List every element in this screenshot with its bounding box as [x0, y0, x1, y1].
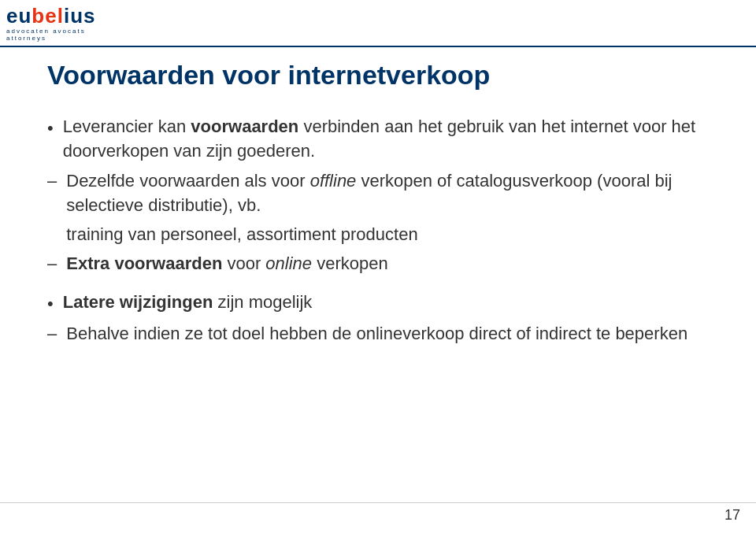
sub-text-4: Behalve indien ze tot doel hebben de onl… [66, 322, 709, 346]
bold-latere-wijzigingen: Latere wijzigingen [63, 292, 213, 312]
bullet-text-1: Leverancier kan voorwaarden verbinden aa… [63, 115, 709, 164]
bullet-dot-2: • [47, 292, 54, 316]
bullet-dot-1: • [47, 117, 54, 141]
sub-item-3: – Extra voorwaarden voor online verkopen [47, 252, 709, 276]
top-divider [0, 46, 756, 47]
logo: eubelius advocaten avocats attorneys [0, 0, 126, 47]
sub-text-3: Extra voorwaarden voor online verkopen [66, 252, 709, 276]
main-content: Voorwaarden voor internetverkoop • Lever… [47, 59, 709, 502]
logo-bel: bel [32, 4, 64, 28]
sub-list-1: – Dezelfde voorwaarden als voor offline … [47, 169, 709, 276]
sub-list-2: – Behalve indien ze tot doel hebben de o… [47, 322, 709, 346]
bold-extra-voorwaarden: Extra voorwaarden [66, 254, 222, 273]
logo-ius: ius [64, 4, 96, 28]
content-list: • Leverancier kan voorwaarden verbinden … [47, 115, 709, 346]
sub-text-2: training van personeel, assortiment prod… [66, 223, 709, 247]
bullet-text-2: Latere wijzigingen zijn mogelijk [63, 291, 709, 315]
logo-subtitle: advocaten avocats attorneys [6, 28, 120, 42]
italic-offline: offline [310, 171, 357, 191]
dash-3: – [47, 252, 57, 276]
page-number: 17 [724, 507, 740, 524]
bullet-item-1: • Leverancier kan voorwaarden verbinden … [47, 115, 709, 276]
sub-item-4: – Behalve indien ze tot doel hebben de o… [47, 322, 709, 346]
sub-text-1: Dezelfde voorwaarden als voor offline ve… [66, 169, 709, 218]
logo-eu: eu [6, 4, 32, 28]
italic-online: online [265, 254, 312, 273]
sub-item-2: – training van personeel, assortiment pr… [47, 223, 709, 247]
bottom-divider [0, 502, 756, 503]
logo-text: eubelius [6, 6, 96, 26]
bullet-item-2: • Latere wijzigingen zijn mogelijk – Beh… [47, 291, 709, 347]
dash-1: – [47, 169, 57, 194]
page-title: Voorwaarden voor internetverkoop [47, 59, 709, 91]
sub-item-1: – Dezelfde voorwaarden als voor offline … [47, 169, 709, 218]
bold-voorwaarden: voorwaarden [191, 117, 298, 136]
dash-4: – [47, 322, 57, 346]
